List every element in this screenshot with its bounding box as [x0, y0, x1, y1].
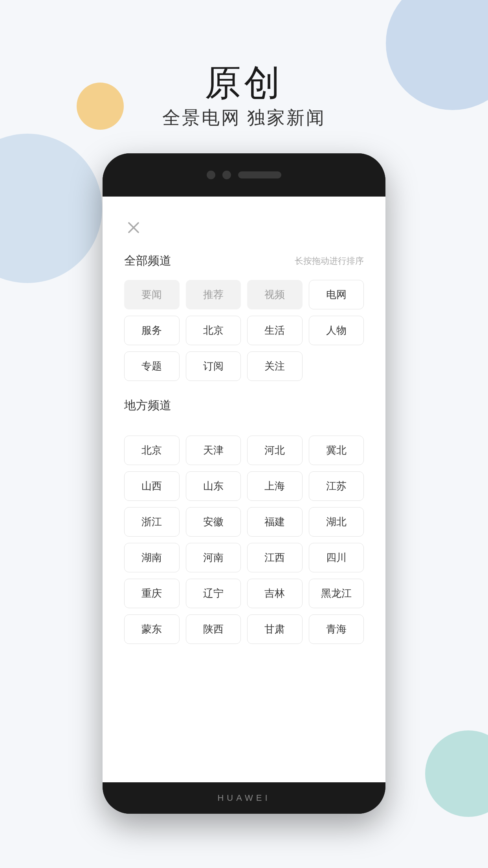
header-area: 原创 全景电网 独家新闻 [0, 63, 488, 130]
local-btn-shaanxi[interactable]: 陕西 [186, 614, 241, 644]
local-channels-title: 地方频道 [124, 397, 171, 414]
local-btn-tianjin[interactable]: 天津 [186, 436, 241, 465]
local-btn-jiangsu[interactable]: 江苏 [309, 471, 364, 501]
local-btn-jiangxi[interactable]: 江西 [247, 543, 303, 572]
channel-btn-yaoweng[interactable]: 要闻 [124, 280, 180, 309]
channel-btn-tuijian[interactable]: 推荐 [186, 280, 241, 309]
channel-btn-shipin[interactable]: 视频 [247, 280, 303, 309]
phone-mockup: 全部频道 长按拖动进行排序 要闻 推荐 视频 电网 服务 北京 生活 人物 专题… [103, 153, 385, 814]
local-channels-grid: 北京 天津 河北 冀北 山西 山东 上海 江苏 浙江 安徽 福建 湖北 湖南 河… [124, 436, 364, 644]
screen-content: 全部频道 长按拖动进行排序 要闻 推荐 视频 电网 服务 北京 生活 人物 专题… [103, 197, 385, 782]
phone-sensor [222, 171, 231, 179]
phone-top-bar [103, 153, 385, 197]
phone-bottom-bar: HUAWEI [103, 782, 385, 814]
header-subtitle: 全景电网 独家新闻 [0, 106, 488, 130]
channel-btn-beijing[interactable]: 北京 [186, 316, 241, 345]
bg-circle-bottom-right [425, 730, 488, 817]
local-btn-shanxi[interactable]: 山西 [124, 471, 180, 501]
local-btn-shanghai[interactable]: 上海 [247, 471, 303, 501]
local-btn-sichuan[interactable]: 四川 [309, 543, 364, 572]
local-btn-anhui[interactable]: 安徽 [186, 507, 241, 537]
phone-screen: 全部频道 长按拖动进行排序 要闻 推荐 视频 电网 服务 北京 生活 人物 专题… [103, 197, 385, 782]
all-channels-header: 全部频道 长按拖动进行排序 [124, 253, 364, 269]
local-btn-mengdong[interactable]: 蒙东 [124, 614, 180, 644]
channel-btn-dianwang[interactable]: 电网 [309, 280, 364, 309]
local-btn-fujian[interactable]: 福建 [247, 507, 303, 537]
channel-btn-dingyue[interactable]: 订阅 [186, 351, 241, 381]
channel-btn-fuwu[interactable]: 服务 [124, 316, 180, 345]
header-title: 原创 [0, 63, 488, 103]
local-btn-hunan[interactable]: 湖南 [124, 543, 180, 572]
all-channels-hint: 长按拖动进行排序 [295, 255, 364, 267]
channel-btn-renwu[interactable]: 人物 [309, 316, 364, 345]
channel-btn-shenghuo[interactable]: 生活 [247, 316, 303, 345]
local-btn-heilongjiang[interactable]: 黑龙江 [309, 579, 364, 608]
all-channels-title: 全部频道 [124, 253, 171, 269]
local-channels-header: 地方频道 [124, 397, 364, 425]
bg-circle-left [0, 134, 102, 283]
local-btn-liaoning[interactable]: 辽宁 [186, 579, 241, 608]
local-btn-jilin[interactable]: 吉林 [247, 579, 303, 608]
local-channels-section: 地方频道 北京 天津 河北 冀北 山西 山东 上海 江苏 浙江 安徽 福建 湖北… [124, 397, 364, 644]
local-btn-chongqing[interactable]: 重庆 [124, 579, 180, 608]
channel-btn-guanzhu[interactable]: 关注 [247, 351, 303, 381]
local-btn-zhejiang[interactable]: 浙江 [124, 507, 180, 537]
local-btn-henan[interactable]: 河南 [186, 543, 241, 572]
close-icon [127, 221, 141, 235]
local-btn-hubei[interactable]: 湖北 [309, 507, 364, 537]
all-channels-grid: 要闻 推荐 视频 电网 服务 北京 生活 人物 专题 订阅 关注 [124, 280, 364, 381]
local-btn-beijing[interactable]: 北京 [124, 436, 180, 465]
phone-speaker [238, 171, 281, 178]
channel-btn-zhuanti[interactable]: 专题 [124, 351, 180, 381]
local-btn-qinghai[interactable]: 青海 [309, 614, 364, 644]
local-btn-gansu[interactable]: 甘肃 [247, 614, 303, 644]
phone-camera [207, 171, 215, 179]
close-button[interactable] [124, 218, 143, 237]
local-btn-shandong[interactable]: 山东 [186, 471, 241, 501]
phone-brand: HUAWEI [217, 793, 270, 803]
local-btn-hebei[interactable]: 河北 [247, 436, 303, 465]
local-btn-jibei[interactable]: 冀北 [309, 436, 364, 465]
